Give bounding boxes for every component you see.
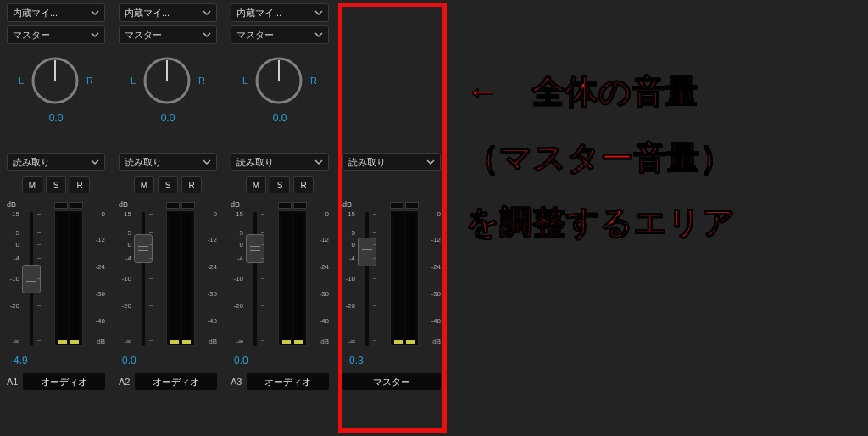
mute-button[interactable]: M [22, 176, 42, 193]
automation-label: 読み取り [236, 156, 274, 169]
channel-name-field[interactable]: オーディオ [23, 373, 105, 390]
arrow-left-icon: ← [466, 74, 498, 110]
output-label: マスター [13, 29, 50, 42]
solo-button[interactable]: S [158, 176, 178, 193]
fader-track[interactable] [251, 212, 259, 346]
channel-a2: 内蔵マイ... マスター L R 0.0 読み取り M S R dB [115, 3, 220, 390]
input-label: 内蔵マイ... [125, 7, 170, 20]
db-label: dB [342, 200, 352, 209]
chevron-down-icon [426, 158, 435, 166]
pan-value[interactable]: 0.0 [49, 112, 64, 124]
input-label: 内蔵マイ... [236, 7, 281, 20]
fader-meter-section: dB 15 5 0 -4 -10 -20 -∞ [231, 200, 329, 348]
pan-right-label: R [198, 75, 205, 86]
automation-select[interactable]: 読み取り [342, 153, 441, 171]
volume-value[interactable]: -0.3 [342, 355, 441, 366]
db-label: dB [119, 200, 128, 209]
input-select[interactable]: 内蔵マイ... [119, 3, 217, 22]
pan-knob[interactable] [141, 54, 193, 107]
chevron-down-icon [203, 158, 211, 166]
input-select[interactable]: 内蔵マイ... [7, 3, 105, 22]
fader-track[interactable] [363, 212, 371, 346]
output-label: マスター [125, 29, 162, 42]
db-label: dB [7, 200, 16, 209]
mute-button[interactable]: M [246, 176, 266, 193]
channel-a3: 内蔵マイ... マスター L R 0.0 読み取り M S R dB [227, 3, 332, 390]
level-meter: 0 -12 -24 -36 -48 dB [53, 210, 105, 348]
record-button[interactable]: R [181, 176, 202, 193]
channel-footer: A2 オーディオ [119, 373, 217, 390]
record-button[interactable]: R [293, 176, 314, 193]
channel-id: A3 [231, 377, 242, 387]
channel-footer: マスター [342, 373, 441, 390]
output-select[interactable]: マスター [231, 25, 329, 44]
channel-footer: A1 オーディオ [7, 373, 105, 390]
chevron-down-icon [91, 158, 99, 166]
channel-name-field[interactable]: オーディオ [135, 373, 217, 390]
output-select[interactable]: マスター [119, 25, 217, 44]
fader-meter-section: dB 15 5 0 -4 -10 -20 -∞ [119, 200, 217, 348]
fader-handle[interactable] [358, 238, 376, 266]
volume-value[interactable]: 0.0 [119, 355, 217, 366]
annotation-line-2: （マスター音量） [466, 126, 865, 190]
channel-id: A1 [7, 377, 18, 387]
pan-value[interactable]: 0.0 [161, 112, 175, 124]
volume-value[interactable]: -4.9 [7, 355, 105, 366]
chevron-down-icon [314, 158, 323, 166]
annotation-line-3: を調整するエリア [466, 190, 865, 254]
solo-button[interactable]: S [46, 176, 66, 193]
fader-handle[interactable] [22, 265, 41, 293]
fader-scale: 15 5 0 -4 -10 -20 -∞ [7, 210, 53, 348]
solo-button[interactable]: S [270, 176, 290, 193]
channel-master: ... 読み取り . dB 15 5 0 -4 -10 -20 -∞ [339, 3, 444, 390]
annotation-overlay: ← 全体の音量 （マスター音量） を調整するエリア [466, 59, 865, 254]
pan-left-label: L [131, 75, 136, 86]
peak-indicator [390, 202, 419, 209]
automation-select[interactable]: 読み取り [7, 153, 105, 171]
fader-meter-section: dB 15 5 0 -4 -10 -20 -∞ [7, 200, 105, 348]
output-select[interactable]: マスター [7, 25, 105, 44]
automation-label: 読み取り [125, 156, 162, 169]
fader-meter-section: dB 15 5 0 -4 -10 -20 -∞ [342, 200, 441, 348]
pan-knob[interactable] [29, 54, 81, 107]
db-label: dB [231, 200, 240, 209]
level-meter: 0 -12 -24 -36 -48 dB [276, 210, 329, 348]
fader-track[interactable] [139, 212, 147, 346]
fader-scale: 15 5 0 -4 -10 -20 -∞ [342, 210, 388, 348]
input-label: 内蔵マイ... [13, 7, 58, 20]
fader-scale: 15 5 0 -4 -10 -20 -∞ [231, 210, 276, 348]
msr-row: M S R [231, 176, 329, 193]
channel-name-field[interactable]: オーディオ [247, 373, 329, 390]
automation-label: 読み取り [13, 156, 50, 169]
level-meter: 0 -12 -24 -36 -48 dB [164, 210, 217, 348]
mute-button[interactable]: M [134, 176, 154, 193]
pan-control: L R 0.0 [7, 54, 105, 124]
chevron-down-icon [91, 8, 99, 17]
pan-left-label: L [19, 75, 24, 86]
channel-id: A2 [119, 377, 130, 387]
chevron-down-icon [314, 31, 323, 39]
channel-name-field[interactable]: マスター [342, 373, 441, 390]
msr-row: M S R [119, 176, 217, 193]
peak-indicator [54, 202, 83, 209]
level-meter: 0 -12 -24 -36 -48 dB [388, 210, 441, 348]
msr-row: M S R [7, 176, 105, 193]
pan-right-label: R [86, 75, 93, 86]
pan-control: L R 0.0 [119, 54, 217, 124]
pan-left-label: L [242, 75, 248, 86]
record-button[interactable]: R [70, 176, 90, 193]
automation-select[interactable]: 読み取り [231, 153, 329, 171]
fader-track[interactable] [27, 212, 36, 346]
chevron-down-icon [203, 31, 211, 39]
volume-value[interactable]: 0.0 [231, 355, 329, 366]
pan-knob[interactable] [253, 54, 305, 107]
input-select[interactable]: 内蔵マイ... [231, 3, 329, 22]
peak-indicator [166, 202, 195, 209]
automation-select[interactable]: 読み取り [119, 153, 217, 171]
channel-a1: 内蔵マイ... マスター L R 0.0 読み取り M S R [3, 3, 108, 390]
output-label: マスター [236, 29, 274, 42]
chevron-down-icon [314, 8, 323, 17]
pan-right-label: R [310, 75, 317, 86]
pan-value[interactable]: 0.0 [273, 112, 287, 124]
annotation-line-1: 全体の音量 [532, 59, 698, 124]
